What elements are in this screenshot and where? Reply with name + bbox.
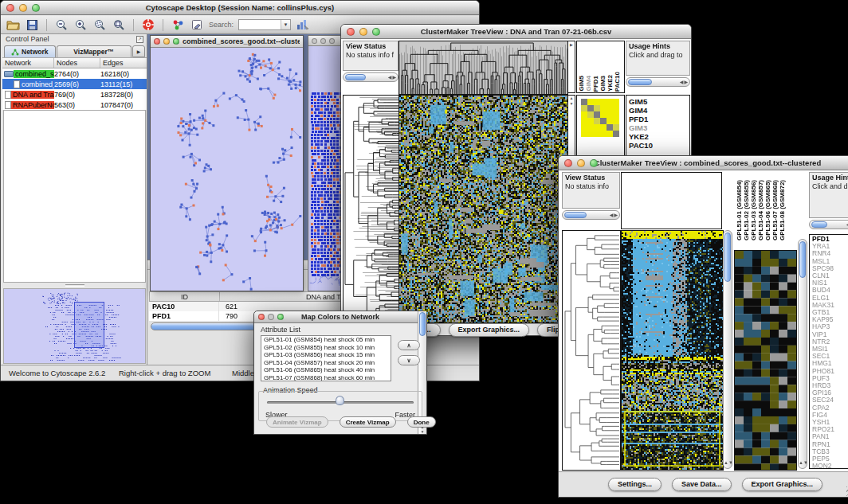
gene-label[interactable]: GIM5 — [626, 97, 689, 106]
gene-label[interactable]: MON2 — [810, 463, 848, 469]
minimize-button[interactable] — [268, 314, 274, 320]
gene-label[interactable]: PFD1 — [626, 115, 689, 123]
column-header-nodes[interactable]: Nodes — [54, 58, 100, 68]
zoom-selected-icon[interactable] — [92, 18, 107, 32]
help-lifering-icon[interactable] — [141, 18, 155, 32]
network-row[interactable]: RNAPuberNov2+563(0)107847(0) — [2, 100, 147, 110]
minimize-button[interactable] — [320, 38, 326, 44]
close-button[interactable] — [312, 38, 317, 44]
birdseye-view[interactable] — [3, 288, 146, 364]
search-input[interactable]: ▼ — [238, 19, 291, 30]
zoom-out-icon[interactable] — [54, 18, 69, 32]
treeview-button[interactable]: Export Graphics... — [449, 323, 530, 337]
tab-network[interactable]: Network — [4, 45, 56, 57]
birdseye-viewport-rect[interactable] — [74, 302, 104, 348]
scrollbar-thumb[interactable] — [419, 312, 426, 336]
scroll-right-icon[interactable]: ▶ — [684, 80, 688, 84]
open-file-icon[interactable] — [6, 18, 20, 32]
close-button[interactable] — [6, 4, 14, 12]
dialog-button[interactable]: Done — [407, 416, 436, 428]
zoom-in-icon[interactable] — [73, 18, 88, 32]
scroll-left-icon[interactable]: ◀ — [388, 75, 392, 80]
heatmap-vscrollbar[interactable]: ▲▼ — [723, 230, 732, 469]
tab-vizmapper[interactable]: VizMapper™ — [57, 45, 132, 57]
minimize-button[interactable] — [163, 38, 170, 45]
attribute-item[interactable]: GPL51-04 (GSM857) heat shock 20 min — [261, 359, 391, 367]
attribute-item[interactable]: GPL51-03 (GSM856) heat shock 15 min — [261, 351, 391, 359]
gene-label[interactable]: PAC10 — [626, 141, 689, 150]
scroll-right-icon[interactable]: ▶ — [392, 75, 396, 80]
scrollbar-thumb[interactable] — [724, 232, 731, 282]
vizmapper-icon[interactable] — [171, 18, 185, 32]
annotation-icon[interactable] — [190, 18, 204, 32]
treeview-button[interactable]: Settings... — [608, 478, 662, 491]
network-name[interactable]: DNA and Tran 07 — [11, 91, 54, 99]
scrollbar-thumb[interactable] — [345, 74, 366, 80]
scrollbar-thumb[interactable] — [628, 79, 652, 85]
column-dendrogram-area[interactable] — [621, 172, 722, 229]
zoom-heatmap[interactable] — [581, 99, 619, 137]
dialog-button[interactable]: Animate Vizmap — [266, 416, 328, 428]
search-dropdown-icon[interactable]: ▼ — [281, 20, 290, 29]
treeview-button[interactable]: Save Data... — [672, 478, 732, 491]
tab-overflow-button[interactable]: ▶ — [132, 45, 145, 57]
gene-label[interactable]: GIM4 — [626, 106, 689, 115]
column-header-network[interactable]: Network — [2, 58, 54, 68]
dialog-button[interactable]: Create Vizmap — [340, 416, 396, 428]
close-button[interactable] — [154, 38, 160, 45]
column-dendrogram[interactable] — [398, 41, 568, 95]
network-row[interactable]: combined_scores2764(0)16218(0) — [2, 68, 147, 79]
minimize-button[interactable] — [577, 159, 585, 167]
zoom-heatmap[interactable] — [734, 250, 797, 471]
move-down-button[interactable]: ∨ — [398, 355, 420, 365]
usage-hints-hscrollbar[interactable]: ◀▶ — [626, 77, 690, 87]
network-name[interactable]: combined_sco — [20, 80, 54, 88]
scroll-left-icon[interactable]: ◀ — [610, 213, 614, 217]
attribute-list[interactable]: GPL51-01 (GSM854) heat shock 05 minGPL51… — [261, 335, 391, 381]
zoom-window-button[interactable] — [372, 28, 380, 36]
scroll-down-icon[interactable]: ▼ — [570, 101, 574, 106]
main-heatmap[interactable] — [621, 230, 724, 471]
main-titlebar[interactable]: Cytoscape Desktop (Session Name: collins… — [1, 1, 479, 15]
attribute-item[interactable]: GPL51-07 (GSM868) heat shock 60 min — [261, 374, 391, 381]
network-row[interactable]: DNA and Tran 07769(0)183728(0) — [2, 89, 147, 100]
save-icon[interactable] — [25, 18, 39, 32]
scroll-up-icon[interactable]: ▲ — [570, 96, 574, 100]
gene-label[interactable]: YKE2 — [626, 132, 689, 141]
scrollbar-thumb[interactable] — [799, 241, 806, 278]
view-status-hscrollbar[interactable]: ◀▶ — [562, 210, 620, 220]
speed-slider-thumb[interactable] — [336, 396, 344, 405]
attribute-item[interactable]: GPL51-06 (GSM865) heat shock 40 min — [261, 366, 391, 374]
scroll-left-icon[interactable]: ◀ — [680, 80, 684, 84]
scrollbar-thumb[interactable] — [564, 212, 587, 218]
move-up-button[interactable]: ∧ — [398, 340, 420, 350]
network-row[interactable]: combined_sco2569(6)13112(15) — [2, 79, 147, 89]
attribute-modify-icon[interactable] — [296, 18, 310, 32]
minimize-button[interactable] — [19, 4, 27, 12]
scroll-right-icon[interactable]: ▶ — [614, 213, 618, 217]
attribute-item[interactable]: GPL51-01 (GSM854) heat shock 05 min — [261, 336, 391, 344]
network-table-header[interactable]: Network Nodes Edges — [2, 58, 147, 68]
zoom-window-button[interactable] — [329, 38, 335, 44]
attribute-item[interactable]: GPL51-02 (GSM855) heat shock 10 min — [261, 344, 391, 352]
zoom-window-button[interactable] — [173, 38, 179, 45]
main-heatmap[interactable] — [398, 95, 568, 323]
close-button[interactable] — [564, 159, 572, 167]
scrollbar-thumb[interactable] — [811, 221, 827, 228]
scroll-right-icon[interactable]: ▶ — [570, 42, 573, 47]
panel-splitter[interactable] — [2, 283, 147, 288]
network-name[interactable]: combined_scores — [14, 70, 54, 78]
view-status-hscrollbar[interactable]: ◀▶ — [343, 72, 398, 82]
scroll-down-icon[interactable]: ▼ — [728, 460, 732, 465]
usage-hints-hscrollbar[interactable]: ◀▶ — [809, 220, 848, 229]
gene-label-list[interactable]: PFD1YRA1RNR4MSL1SPC98CLN1NIS1BUD4ELG1MAK… — [809, 234, 848, 469]
column-tree-scrollbar[interactable]: ▶ — [567, 41, 575, 93]
genelist-vscrollbar[interactable]: ▲▼ — [798, 239, 807, 469]
treeview-button[interactable]: Export Graphics... — [742, 478, 823, 491]
zoom-fit-icon[interactable] — [112, 18, 126, 32]
network-name[interactable]: RNAPuberNov2+ — [11, 101, 54, 109]
scroll-down-icon[interactable]: ▼ — [421, 429, 425, 434]
close-button[interactable] — [258, 314, 265, 320]
network-view-canvas[interactable] — [151, 48, 303, 291]
zoom-window-button[interactable] — [277, 314, 284, 320]
